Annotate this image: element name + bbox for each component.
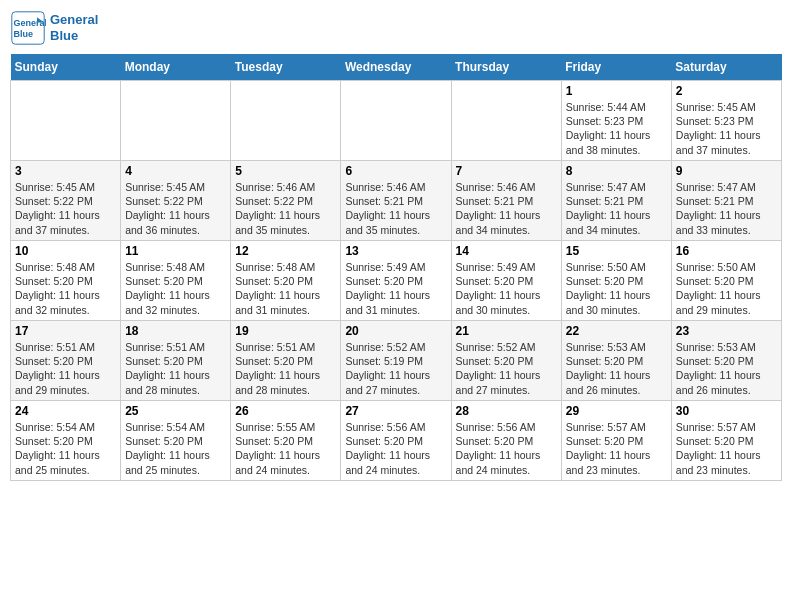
day-detail: Sunrise: 5:56 AM Sunset: 5:20 PM Dayligh… xyxy=(456,420,557,477)
day-detail: Sunrise: 5:57 AM Sunset: 5:20 PM Dayligh… xyxy=(566,420,667,477)
day-detail: Sunrise: 5:45 AM Sunset: 5:23 PM Dayligh… xyxy=(676,100,777,157)
calendar-table: SundayMondayTuesdayWednesdayThursdayFrid… xyxy=(10,54,782,481)
day-number: 4 xyxy=(125,164,226,178)
calendar-cell: 3Sunrise: 5:45 AM Sunset: 5:22 PM Daylig… xyxy=(11,161,121,241)
calendar-cell: 19Sunrise: 5:51 AM Sunset: 5:20 PM Dayli… xyxy=(231,321,341,401)
day-number: 6 xyxy=(345,164,446,178)
calendar-cell: 15Sunrise: 5:50 AM Sunset: 5:20 PM Dayli… xyxy=(561,241,671,321)
day-number: 25 xyxy=(125,404,226,418)
day-detail: Sunrise: 5:46 AM Sunset: 5:21 PM Dayligh… xyxy=(345,180,446,237)
day-detail: Sunrise: 5:45 AM Sunset: 5:22 PM Dayligh… xyxy=(15,180,116,237)
weekday-header-monday: Monday xyxy=(121,54,231,81)
logo: General Blue GeneralBlue xyxy=(10,10,98,46)
calendar-cell xyxy=(231,81,341,161)
day-detail: Sunrise: 5:53 AM Sunset: 5:20 PM Dayligh… xyxy=(566,340,667,397)
day-detail: Sunrise: 5:45 AM Sunset: 5:22 PM Dayligh… xyxy=(125,180,226,237)
calendar-cell: 25Sunrise: 5:54 AM Sunset: 5:20 PM Dayli… xyxy=(121,401,231,481)
day-number: 2 xyxy=(676,84,777,98)
day-detail: Sunrise: 5:48 AM Sunset: 5:20 PM Dayligh… xyxy=(125,260,226,317)
logo-icon: General Blue xyxy=(10,10,46,46)
calendar-cell: 1Sunrise: 5:44 AM Sunset: 5:23 PM Daylig… xyxy=(561,81,671,161)
day-number: 24 xyxy=(15,404,116,418)
calendar-cell: 30Sunrise: 5:57 AM Sunset: 5:20 PM Dayli… xyxy=(671,401,781,481)
calendar-cell xyxy=(451,81,561,161)
calendar-cell: 24Sunrise: 5:54 AM Sunset: 5:20 PM Dayli… xyxy=(11,401,121,481)
calendar-cell: 29Sunrise: 5:57 AM Sunset: 5:20 PM Dayli… xyxy=(561,401,671,481)
day-detail: Sunrise: 5:55 AM Sunset: 5:20 PM Dayligh… xyxy=(235,420,336,477)
day-number: 23 xyxy=(676,324,777,338)
day-detail: Sunrise: 5:44 AM Sunset: 5:23 PM Dayligh… xyxy=(566,100,667,157)
day-number: 5 xyxy=(235,164,336,178)
day-number: 14 xyxy=(456,244,557,258)
calendar-header: SundayMondayTuesdayWednesdayThursdayFrid… xyxy=(11,54,782,81)
calendar-cell: 6Sunrise: 5:46 AM Sunset: 5:21 PM Daylig… xyxy=(341,161,451,241)
day-detail: Sunrise: 5:46 AM Sunset: 5:22 PM Dayligh… xyxy=(235,180,336,237)
logo-text: GeneralBlue xyxy=(50,12,98,43)
day-number: 21 xyxy=(456,324,557,338)
calendar-cell: 16Sunrise: 5:50 AM Sunset: 5:20 PM Dayli… xyxy=(671,241,781,321)
day-detail: Sunrise: 5:53 AM Sunset: 5:20 PM Dayligh… xyxy=(676,340,777,397)
day-number: 18 xyxy=(125,324,226,338)
day-number: 17 xyxy=(15,324,116,338)
calendar-cell: 23Sunrise: 5:53 AM Sunset: 5:20 PM Dayli… xyxy=(671,321,781,401)
calendar-week-4: 17Sunrise: 5:51 AM Sunset: 5:20 PM Dayli… xyxy=(11,321,782,401)
calendar-cell: 4Sunrise: 5:45 AM Sunset: 5:22 PM Daylig… xyxy=(121,161,231,241)
day-detail: Sunrise: 5:49 AM Sunset: 5:20 PM Dayligh… xyxy=(345,260,446,317)
day-number: 1 xyxy=(566,84,667,98)
calendar-week-5: 24Sunrise: 5:54 AM Sunset: 5:20 PM Dayli… xyxy=(11,401,782,481)
weekday-header-saturday: Saturday xyxy=(671,54,781,81)
day-detail: Sunrise: 5:51 AM Sunset: 5:20 PM Dayligh… xyxy=(15,340,116,397)
day-number: 27 xyxy=(345,404,446,418)
day-number: 22 xyxy=(566,324,667,338)
calendar-cell xyxy=(121,81,231,161)
day-number: 7 xyxy=(456,164,557,178)
day-number: 11 xyxy=(125,244,226,258)
day-detail: Sunrise: 5:54 AM Sunset: 5:20 PM Dayligh… xyxy=(125,420,226,477)
day-number: 10 xyxy=(15,244,116,258)
calendar-cell: 17Sunrise: 5:51 AM Sunset: 5:20 PM Dayli… xyxy=(11,321,121,401)
calendar-cell: 10Sunrise: 5:48 AM Sunset: 5:20 PM Dayli… xyxy=(11,241,121,321)
calendar-cell: 8Sunrise: 5:47 AM Sunset: 5:21 PM Daylig… xyxy=(561,161,671,241)
svg-text:Blue: Blue xyxy=(14,29,34,39)
calendar-cell xyxy=(11,81,121,161)
day-detail: Sunrise: 5:51 AM Sunset: 5:20 PM Dayligh… xyxy=(125,340,226,397)
day-detail: Sunrise: 5:52 AM Sunset: 5:20 PM Dayligh… xyxy=(456,340,557,397)
day-detail: Sunrise: 5:48 AM Sunset: 5:20 PM Dayligh… xyxy=(15,260,116,317)
calendar-week-3: 10Sunrise: 5:48 AM Sunset: 5:20 PM Dayli… xyxy=(11,241,782,321)
weekday-header-thursday: Thursday xyxy=(451,54,561,81)
weekday-header-wednesday: Wednesday xyxy=(341,54,451,81)
day-detail: Sunrise: 5:52 AM Sunset: 5:19 PM Dayligh… xyxy=(345,340,446,397)
calendar-cell: 13Sunrise: 5:49 AM Sunset: 5:20 PM Dayli… xyxy=(341,241,451,321)
day-detail: Sunrise: 5:48 AM Sunset: 5:20 PM Dayligh… xyxy=(235,260,336,317)
calendar-week-2: 3Sunrise: 5:45 AM Sunset: 5:22 PM Daylig… xyxy=(11,161,782,241)
calendar-cell: 21Sunrise: 5:52 AM Sunset: 5:20 PM Dayli… xyxy=(451,321,561,401)
day-number: 9 xyxy=(676,164,777,178)
calendar-cell: 27Sunrise: 5:56 AM Sunset: 5:20 PM Dayli… xyxy=(341,401,451,481)
calendar-cell: 7Sunrise: 5:46 AM Sunset: 5:21 PM Daylig… xyxy=(451,161,561,241)
calendar-cell: 26Sunrise: 5:55 AM Sunset: 5:20 PM Dayli… xyxy=(231,401,341,481)
weekday-header-friday: Friday xyxy=(561,54,671,81)
calendar-cell: 18Sunrise: 5:51 AM Sunset: 5:20 PM Dayli… xyxy=(121,321,231,401)
day-number: 3 xyxy=(15,164,116,178)
day-number: 16 xyxy=(676,244,777,258)
day-number: 15 xyxy=(566,244,667,258)
weekday-header-tuesday: Tuesday xyxy=(231,54,341,81)
calendar-cell xyxy=(341,81,451,161)
day-number: 12 xyxy=(235,244,336,258)
day-detail: Sunrise: 5:47 AM Sunset: 5:21 PM Dayligh… xyxy=(566,180,667,237)
day-number: 30 xyxy=(676,404,777,418)
weekday-header-sunday: Sunday xyxy=(11,54,121,81)
calendar-cell: 2Sunrise: 5:45 AM Sunset: 5:23 PM Daylig… xyxy=(671,81,781,161)
calendar-cell: 14Sunrise: 5:49 AM Sunset: 5:20 PM Dayli… xyxy=(451,241,561,321)
day-detail: Sunrise: 5:49 AM Sunset: 5:20 PM Dayligh… xyxy=(456,260,557,317)
calendar-cell: 22Sunrise: 5:53 AM Sunset: 5:20 PM Dayli… xyxy=(561,321,671,401)
calendar-cell: 9Sunrise: 5:47 AM Sunset: 5:21 PM Daylig… xyxy=(671,161,781,241)
calendar-cell: 5Sunrise: 5:46 AM Sunset: 5:22 PM Daylig… xyxy=(231,161,341,241)
day-detail: Sunrise: 5:47 AM Sunset: 5:21 PM Dayligh… xyxy=(676,180,777,237)
day-detail: Sunrise: 5:46 AM Sunset: 5:21 PM Dayligh… xyxy=(456,180,557,237)
calendar-cell: 12Sunrise: 5:48 AM Sunset: 5:20 PM Dayli… xyxy=(231,241,341,321)
day-detail: Sunrise: 5:57 AM Sunset: 5:20 PM Dayligh… xyxy=(676,420,777,477)
day-detail: Sunrise: 5:56 AM Sunset: 5:20 PM Dayligh… xyxy=(345,420,446,477)
day-number: 20 xyxy=(345,324,446,338)
day-number: 8 xyxy=(566,164,667,178)
